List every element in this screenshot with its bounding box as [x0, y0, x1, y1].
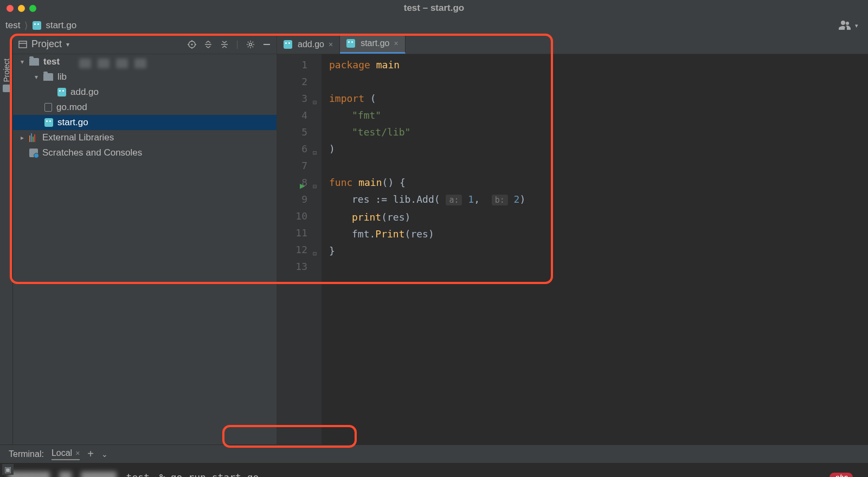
main-area: Project Project ▾ | ▾ test	[0, 35, 868, 444]
identifier: main	[376, 59, 400, 70]
users-dropdown-icon[interactable]: ▾	[839, 20, 858, 31]
paren: )	[329, 143, 335, 154]
hide-panel-icon[interactable]	[262, 40, 271, 49]
maximize-window-button[interactable]	[29, 5, 36, 12]
go-file-icon	[57, 88, 66, 96]
breadcrumb-bar: test ⟩ start.go ▾	[0, 16, 868, 35]
new-terminal-button[interactable]: +	[87, 448, 94, 460]
titlebar: test – start.go	[0, 0, 868, 16]
close-icon[interactable]: ×	[327, 40, 333, 49]
breadcrumb-file[interactable]: start.go	[46, 20, 76, 31]
line-number: 10	[277, 208, 307, 224]
scratches-icon	[29, 149, 38, 157]
tree-node-external-libraries[interactable]: ▸ External Libraries	[13, 130, 277, 145]
function-name: main	[358, 177, 382, 188]
editor-tabs: add.go × start.go ×	[277, 35, 868, 54]
locate-icon[interactable]	[188, 40, 196, 49]
terminal-title: Terminal:	[9, 449, 44, 459]
fold-end-icon[interactable]: ⊟	[313, 246, 317, 262]
call: lib.Add(	[393, 194, 440, 205]
collapse-all-icon[interactable]	[220, 40, 229, 49]
tree-label: lib	[57, 72, 67, 82]
keyword: import	[329, 93, 370, 104]
tree-node-startgo[interactable]: start.go	[13, 115, 277, 130]
code-editor[interactable]: 1 2 3 4 5 6 7 8 9 10 11 12 13 ▶ ⊟ ⊟ ⊟ ⊟	[277, 54, 868, 444]
close-icon[interactable]: ×	[74, 449, 80, 457]
line-number: 7	[277, 157, 307, 174]
param-hint: a:	[446, 195, 462, 205]
tab-addgo[interactable]: add.go ×	[277, 35, 340, 54]
terminal-tab-local[interactable]: Local ×	[52, 448, 80, 460]
php-badge: php	[830, 473, 853, 478]
line-number: 3	[277, 90, 307, 107]
go-file-icon	[284, 40, 292, 49]
line-number: 13	[277, 258, 307, 275]
param-hint: b:	[492, 195, 508, 205]
punct: }	[329, 245, 335, 256]
folder-icon	[43, 73, 53, 81]
terminal-cwd: test	[126, 472, 150, 478]
fold-start-icon[interactable]: ⊟	[313, 178, 317, 195]
fold-end-icon[interactable]: ⊟	[313, 145, 317, 162]
punct: () {	[382, 177, 406, 188]
terminal-content[interactable]: ███████ ██ ██████ test % go run start.go…	[0, 463, 868, 477]
folder-icon	[29, 58, 39, 66]
tree-node-addgo[interactable]: add.go	[13, 85, 277, 100]
call-args: (res)	[405, 228, 434, 240]
project-panel-title[interactable]: Project	[31, 38, 62, 50]
project-panel-header: Project ▾ |	[13, 35, 277, 54]
tree-label: start.go	[57, 117, 88, 128]
code-content[interactable]: package main import ( "fmt" "test/lib" )…	[322, 54, 525, 444]
minimize-window-button[interactable]	[18, 5, 25, 12]
library-icon	[29, 133, 38, 142]
keyword: package	[329, 59, 376, 70]
function-name: Print	[375, 228, 404, 240]
line-numbers: 1 2 3 4 5 6 7 8 9 10 11 12 13	[277, 54, 312, 444]
fold-start-icon[interactable]: ⊟	[313, 94, 317, 111]
tree-label: add.go	[70, 87, 99, 98]
file-icon	[44, 103, 52, 112]
structure-tool-icon[interactable]	[3, 85, 10, 92]
terminal-dropdown-icon[interactable]: ⌄	[101, 450, 108, 459]
go-file-icon	[44, 118, 53, 127]
gear-icon[interactable]	[246, 40, 255, 49]
project-view-dropdown-icon[interactable]: ▾	[66, 41, 69, 48]
chevron-down-icon: ▾	[35, 73, 41, 81]
project-tree: ▾ test ▾ lib add.go go.mod start.go	[13, 54, 277, 444]
window-title: test – start.go	[404, 3, 464, 14]
tree-node-gomod[interactable]: go.mod	[13, 100, 277, 115]
line-number: 5	[277, 124, 307, 140]
tab-label: add.go	[298, 40, 324, 49]
terminal-tabbar: Terminal: Local × + ⌄	[0, 444, 868, 463]
statusbar-left-icon[interactable]: ▣	[2, 464, 14, 475]
number: 1	[462, 194, 474, 205]
terminal-prompt-sep: %	[159, 472, 165, 478]
line-number: 11	[277, 224, 307, 241]
function-name: print	[352, 211, 381, 223]
expand-all-icon[interactable]	[204, 40, 213, 49]
traffic-lights	[0, 5, 36, 12]
terminal-redacted-text: ██████	[81, 472, 117, 478]
project-sidebar-tab-label[interactable]: Project	[2, 59, 11, 82]
breadcrumb-root[interactable]: test	[5, 20, 20, 31]
chevron-down-icon: ▾	[21, 58, 27, 66]
go-file-icon	[33, 21, 41, 30]
tab-startgo[interactable]: start.go ×	[340, 35, 406, 54]
paren: (	[370, 93, 376, 104]
terminal-redacted-text: ███████	[9, 472, 50, 478]
run-gutter-icon[interactable]: ▶	[300, 177, 305, 194]
tree-node-lib[interactable]: ▾ lib	[13, 69, 277, 85]
identifier: res :=	[352, 194, 393, 205]
tree-node-scratches[interactable]: Scratches and Consoles	[13, 145, 277, 160]
terminal-command: go run start.go	[171, 472, 259, 478]
paren: )	[519, 194, 525, 205]
string-literal: "fmt"	[352, 109, 381, 121]
svg-point-0	[846, 22, 849, 25]
tree-label: go.mod	[56, 102, 87, 113]
close-icon[interactable]: ×	[393, 39, 398, 48]
line-number: 2	[277, 73, 307, 90]
close-window-button[interactable]	[7, 5, 14, 12]
project-panel: Project ▾ | ▾ test ▾ lib	[13, 35, 277, 444]
terminal-redacted-text: ██	[60, 472, 72, 478]
terminal-tab-label: Local	[52, 448, 72, 458]
